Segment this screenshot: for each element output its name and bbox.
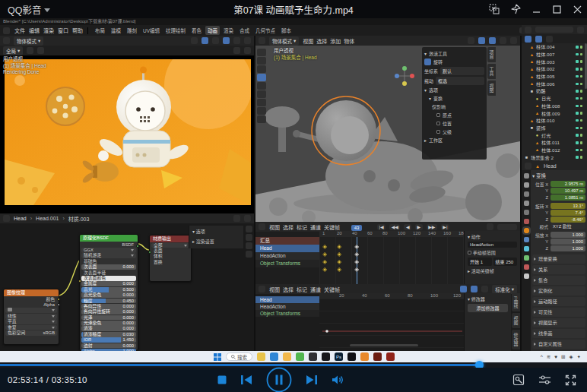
current-frame-chip[interactable]: 43 xyxy=(351,225,362,231)
rotation-y-field[interactable]: 7.4° xyxy=(551,210,585,216)
editor-type-icon[interactable] xyxy=(3,215,10,222)
overlays-toggle-icon[interactable] xyxy=(223,37,230,44)
panel-options[interactable]: ▾ 选项 xyxy=(192,228,240,235)
visibility-icon[interactable] xyxy=(576,105,579,108)
h-scrollbar[interactable] xyxy=(350,344,418,346)
tray-icon[interactable]: ✦ xyxy=(577,354,581,360)
range-start-field[interactable]: 开始 1 xyxy=(468,258,492,266)
minimize-button[interactable] xyxy=(531,5,541,14)
visibility-icon[interactable] xyxy=(576,112,579,115)
affect-option[interactable]: 原点 xyxy=(424,112,484,119)
shading-rendered-icon[interactable] xyxy=(244,37,251,44)
view-tab-icon[interactable] xyxy=(246,242,252,249)
pin-icon[interactable] xyxy=(233,215,240,222)
prev-keyframe-button[interactable]: ◀◀ xyxy=(389,224,400,230)
menu-item[interactable]: 添加 xyxy=(330,37,341,45)
bsdf-property-row[interactable]: 随机游走 xyxy=(81,253,136,258)
scene-tab-icon[interactable] xyxy=(524,210,529,215)
bsdf-property-row[interactable]: 光泽染色0.000 xyxy=(81,321,136,326)
menu-item[interactable]: 选择 xyxy=(283,223,294,231)
cursor-tool[interactable] xyxy=(257,57,266,65)
rotation-x-field[interactable]: 13.1° xyxy=(551,203,585,209)
render-icon[interactable] xyxy=(580,83,583,86)
taskbar-app-icon[interactable] xyxy=(257,352,265,361)
breadcrumb-object[interactable]: Head xyxy=(14,216,27,221)
menu-item[interactable]: 视图 xyxy=(303,37,313,45)
sidebar-tab[interactable]: 修改器 xyxy=(512,330,520,349)
jump-end-button[interactable]: ▶| xyxy=(441,224,449,230)
pin-top-button[interactable] xyxy=(510,4,521,14)
bsdf-property-row[interactable]: 基础色 xyxy=(81,259,136,264)
node-input-row[interactable]: 体积 xyxy=(151,254,189,259)
snap-icon[interactable] xyxy=(191,37,198,44)
play-settings-button[interactable] xyxy=(538,375,551,385)
bsdf-property-row[interactable]: 光泽0.000 xyxy=(81,315,136,321)
next-button[interactable] xyxy=(306,375,318,385)
bsdf-property-row[interactable]: 清漆0.000 xyxy=(81,326,136,331)
view-object-types-icon[interactable] xyxy=(233,47,240,54)
maximize-button[interactable] xyxy=(552,5,562,14)
editor-type-icon[interactable] xyxy=(259,286,265,292)
shader-node-editor[interactable]: Head › Head.001 › 材质.003 原理化BSDF BSDF xyxy=(0,213,254,351)
render-icon[interactable] xyxy=(580,97,583,100)
taskbar-app-icon[interactable] xyxy=(270,352,278,361)
workspace-tab[interactable]: 布局 xyxy=(93,26,107,35)
rotate-tool[interactable] xyxy=(257,74,266,81)
tool-tab-icon[interactable] xyxy=(246,234,252,241)
modifiers-panel-header[interactable]: ▾ 修改器 xyxy=(468,296,508,302)
properties-type-icon[interactable] xyxy=(525,163,531,169)
affect-option[interactable]: 位置 xyxy=(424,120,484,127)
curve-grid[interactable] xyxy=(319,299,464,348)
property-section[interactable]: 线条画 xyxy=(532,329,585,338)
render-icon[interactable] xyxy=(580,141,583,144)
visibility-icon[interactable] xyxy=(576,156,579,159)
sidebar-tab[interactable]: 项目 xyxy=(487,47,496,62)
channel-row[interactable]: Head xyxy=(255,245,319,252)
material-output-node[interactable]: 材质输出 全部 表面体积置换 xyxy=(149,235,192,282)
frame-ruler[interactable]: 20406080100120 xyxy=(319,293,464,299)
render-icon[interactable] xyxy=(580,53,583,56)
outliner-item[interactable]: ▲ 柱体.007 xyxy=(522,51,584,58)
outliner-item[interactable]: ▲ 柱体.012 xyxy=(522,147,584,154)
visibility-icon[interactable] xyxy=(576,60,579,63)
outliner-item[interactable]: ■ 场景集合 2 xyxy=(522,153,584,161)
render-icon[interactable] xyxy=(580,134,583,137)
keyframe-diamond[interactable] xyxy=(322,245,327,249)
visibility-icon[interactable] xyxy=(576,75,579,78)
property-section[interactable]: 可见性 xyxy=(532,308,585,317)
outliner-item[interactable]: ▲ 柱体.002 xyxy=(522,65,584,73)
checkbox-icon[interactable] xyxy=(436,113,440,117)
taskbar-app-icon[interactable] xyxy=(309,352,317,361)
property-section[interactable]: 关系 xyxy=(532,265,585,274)
menu-item[interactable]: 标记 xyxy=(297,286,307,293)
stop-button[interactable] xyxy=(217,375,227,384)
menu-item[interactable]: 窗口 xyxy=(58,27,68,34)
magnet-icon[interactable] xyxy=(468,37,474,44)
snapping-icon[interactable] xyxy=(37,47,44,54)
scale-x-field[interactable]: 1.000 xyxy=(551,232,585,238)
taskbar-app-icon[interactable]: Ps xyxy=(335,352,343,361)
bsdf-property-row[interactable]: 各向异性旋转0.000 xyxy=(81,309,136,315)
snap-icon[interactable] xyxy=(244,215,251,222)
fullscreen-button[interactable] xyxy=(565,375,576,386)
workspace-tab[interactable]: 建模 xyxy=(109,26,123,35)
menu-item[interactable]: 关键帧 xyxy=(324,223,340,231)
bsdf-property-row[interactable]: IOR1.450 xyxy=(81,337,136,343)
workspace-tab[interactable]: 渲染 xyxy=(221,26,236,35)
action-name-field[interactable]: HeadAction xyxy=(468,242,517,248)
outliner-item[interactable]: ● 日光 xyxy=(522,95,584,103)
visibility-icon[interactable] xyxy=(576,127,579,130)
menu-item[interactable]: 标记 xyxy=(297,223,307,231)
keyframe-grid[interactable] xyxy=(319,237,464,284)
sidebar-tab[interactable]: F曲线 xyxy=(512,293,520,311)
image-texture-node[interactable]: 图像纹理 颜色 Alpha 线性平直重复色彩空间sRGB xyxy=(3,289,59,345)
play-button[interactable]: ▶ xyxy=(415,224,423,230)
render-icon[interactable] xyxy=(580,60,583,63)
bsdf-property-row[interactable]: 清漆糙度0.030 xyxy=(81,332,136,337)
outliner-item[interactable]: ■ 装饰 xyxy=(522,125,584,132)
property-section[interactable]: 增量变换 xyxy=(532,254,585,264)
orientation-field[interactable]: 默认 xyxy=(440,67,484,75)
location-z-field[interactable]: 1.0851 m xyxy=(551,194,585,201)
render-icon[interactable] xyxy=(580,46,583,49)
visibility-icon[interactable] xyxy=(576,68,579,71)
